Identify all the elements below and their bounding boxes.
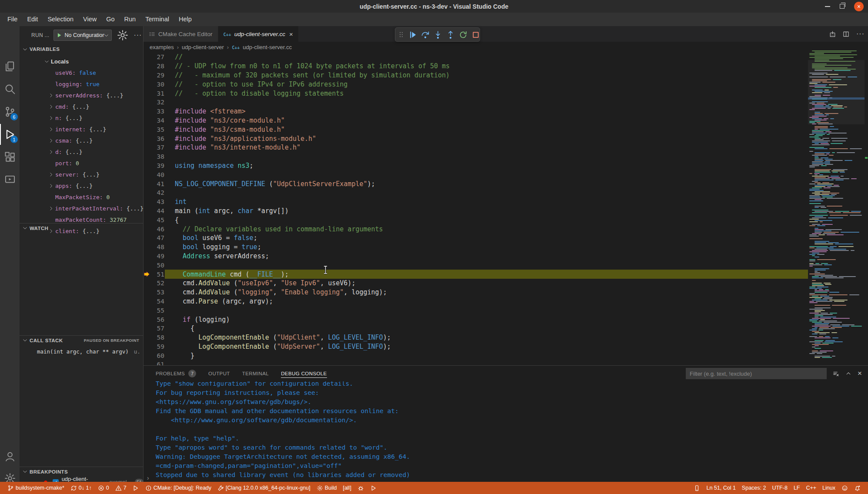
minimize-button[interactable]	[825, 6, 830, 7]
variable-MaxPacketSize[interactable]: MaxPacketSize: 0	[20, 191, 144, 203]
variables-group-locals[interactable]: Locals	[20, 56, 144, 67]
code-line-60[interactable]: 60 }	[144, 351, 808, 360]
console-filter-input[interactable]	[686, 368, 827, 379]
code-line-33[interactable]: 33#include <fstream>	[144, 107, 808, 116]
variable-port[interactable]: port: 0	[20, 157, 144, 169]
gutter[interactable]	[144, 260, 153, 270]
gutter[interactable]	[144, 279, 153, 288]
variable-useV6[interactable]: useV6: false	[20, 67, 144, 78]
line-number[interactable]: 28	[153, 63, 164, 70]
menu-selection[interactable]: Selection	[43, 13, 78, 26]
step-out-button[interactable]	[446, 30, 455, 39]
code-line-57[interactable]: 57 {	[144, 324, 808, 333]
menu-terminal[interactable]: Terminal	[140, 13, 174, 26]
gutter[interactable]	[144, 360, 153, 365]
gear-icon[interactable]	[117, 30, 128, 41]
status-0-1[interactable]: 0↓ 1↑	[67, 482, 95, 494]
status-bell-icon[interactable]	[851, 482, 864, 494]
watch-section-header[interactable]: WATCH	[20, 223, 144, 233]
line-number[interactable]: 46	[153, 226, 164, 233]
restart-button[interactable]	[459, 30, 467, 39]
line-number[interactable]: 39	[153, 162, 164, 169]
split-editor-icon[interactable]	[843, 31, 849, 37]
status-ln-51-col-1[interactable]: Ln 51, Col 1	[703, 482, 738, 494]
panel-tab-terminal[interactable]: TERMINAL	[242, 366, 269, 381]
activity-source-control[interactable]: 6	[0, 101, 20, 122]
line-number[interactable]: 55	[153, 307, 164, 314]
chevron-right-icon[interactable]	[48, 138, 55, 144]
line-number[interactable]: 60	[153, 352, 164, 359]
code-line-40[interactable]: 40	[144, 170, 808, 179]
status-clang-12-0-0-x86-64-pc-linux-gnu[interactable]: [Clang 12.0.0 x86_64-pc-linux-gnu]	[214, 482, 314, 494]
clear-console-icon[interactable]	[833, 370, 839, 377]
gutter[interactable]	[144, 197, 153, 207]
code-line-44[interactable]: 44main (int argc, char *argv[])	[144, 207, 808, 216]
line-number[interactable]: 56	[153, 316, 164, 323]
gutter[interactable]	[144, 53, 153, 62]
code-line-38[interactable]: 38	[144, 152, 808, 161]
menu-edit[interactable]: Edit	[22, 13, 43, 26]
gutter[interactable]	[144, 224, 153, 234]
run-dropdown-icon[interactable]	[829, 31, 836, 37]
line-number[interactable]: 31	[153, 90, 164, 97]
debug-current-line-arrow-icon[interactable]	[144, 270, 153, 279]
menu-help[interactable]: Help	[174, 13, 197, 26]
close-button[interactable]: ×	[854, 2, 864, 11]
chevron-right-icon[interactable]	[48, 206, 55, 211]
more-actions-icon[interactable]: ···	[134, 31, 142, 39]
activity-search[interactable]	[0, 79, 20, 100]
debug-configuration-dropdown[interactable]: No Configurations	[53, 30, 112, 41]
gutter[interactable]	[144, 306, 153, 315]
status-7[interactable]: 7	[112, 482, 130, 494]
panel-tab-debug-console[interactable]: DEBUG CONSOLE	[281, 366, 327, 381]
code-line-55[interactable]: 55	[144, 306, 808, 315]
gutter[interactable]	[144, 288, 153, 297]
status-build[interactable]: Build	[314, 482, 340, 494]
gutter[interactable]	[144, 116, 153, 125]
minimap-viewport[interactable]	[808, 60, 865, 124]
gutter[interactable]	[144, 125, 153, 134]
code-line-48[interactable]: 48 bool logging = true;	[144, 243, 808, 252]
status-feedback-icon[interactable]	[838, 482, 851, 494]
more-editor-actions-icon[interactable]: ···	[856, 30, 865, 38]
status-buildsystem-cmake[interactable]: buildsystem-cmake*	[4, 482, 67, 494]
variable-interPacketInterval[interactable]: interPacketInterval: {...}	[20, 203, 144, 214]
continue-button[interactable]	[408, 30, 417, 39]
status-0[interactable]: 0	[95, 482, 112, 494]
line-number[interactable]: 61	[153, 361, 164, 365]
panel-tab-output[interactable]: OUTPUT	[208, 366, 230, 381]
code-line-53[interactable]: 53 cmd.AddValue ("logging", "Enable logg…	[144, 288, 808, 297]
status-c++[interactable]: C++	[803, 482, 819, 494]
code-line-35[interactable]: 35#include "ns3/csma-module.h"	[144, 125, 808, 134]
minimap[interactable]	[808, 48, 865, 365]
gutter[interactable]	[144, 152, 153, 161]
step-over-button[interactable]	[421, 30, 430, 39]
status-debug-alt-icon[interactable]	[130, 482, 142, 494]
line-number[interactable]: 36	[153, 135, 164, 142]
restore-button[interactable]	[840, 4, 845, 9]
variable-internet[interactable]: internet: {...}	[20, 124, 144, 135]
status-bug-icon[interactable]	[354, 482, 367, 494]
breadcrumb-item[interactable]: udp-client-server	[182, 44, 224, 50]
code-line-27[interactable]: 27//	[144, 53, 808, 62]
code-line-42[interactable]: 42	[144, 188, 808, 197]
code-line-52[interactable]: 52 cmd.AddValue ("useIpv6", "Use Ipv6", …	[144, 279, 808, 288]
line-number[interactable]: 45	[153, 217, 164, 224]
line-number[interactable]: 53	[153, 289, 164, 296]
gutter[interactable]	[144, 161, 153, 170]
code-line-41[interactable]: 41NS_LOG_COMPONENT_DEFINE ("UdpClientSer…	[144, 179, 808, 188]
maximize-panel-icon[interactable]	[845, 370, 851, 377]
line-number[interactable]: 41	[153, 180, 164, 187]
code-line-31[interactable]: 31// - option to disable logging stateme…	[144, 89, 808, 98]
gutter[interactable]	[144, 252, 153, 261]
code-line-45[interactable]: 45{	[144, 215, 808, 224]
line-number[interactable]: 30	[153, 81, 164, 88]
menu-run[interactable]: Run	[120, 13, 141, 26]
gutter[interactable]	[144, 215, 153, 224]
code-line-28[interactable]: 28// - UDP flow from n0 to n1 of 1024 by…	[144, 62, 808, 71]
line-number[interactable]: 58	[153, 334, 164, 341]
line-number[interactable]: 34	[153, 117, 164, 124]
panel-tab-problems[interactable]: PROBLEMS7	[156, 366, 196, 381]
code-line-47[interactable]: 47 bool useV6 = false;	[144, 234, 808, 243]
activity-account[interactable]	[0, 446, 20, 467]
